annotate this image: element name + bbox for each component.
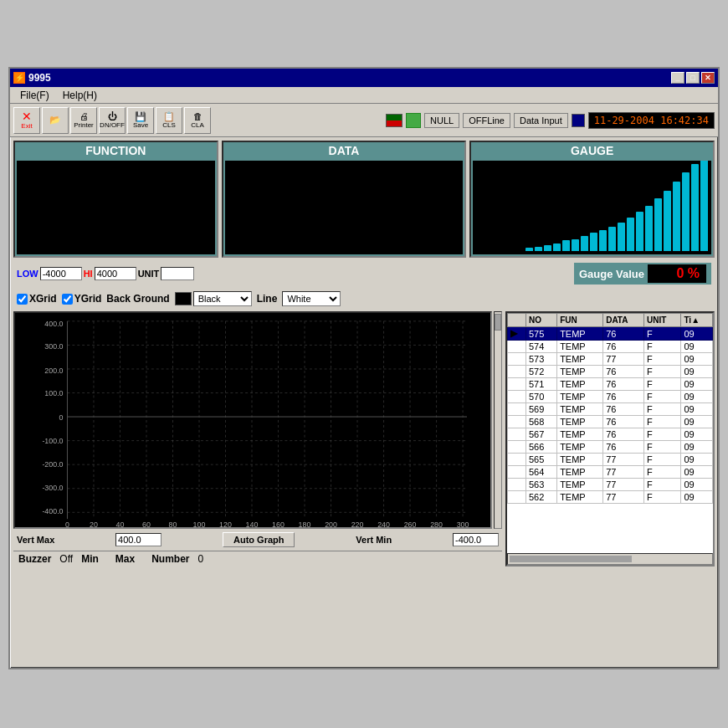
graph-scrollbar[interactable] xyxy=(494,311,502,529)
number-value: 0 xyxy=(198,553,204,565)
menu-help[interactable]: Help(H) xyxy=(56,88,104,103)
table-row[interactable]: 574 TEMP 76 F 09 xyxy=(508,341,713,353)
table-scroll-area[interactable]: NO FUN DATA UNIT Ti▲ ▶ 575 TEMP 76 F 09 xyxy=(507,313,713,553)
xgrid-checkbox[interactable] xyxy=(17,294,28,305)
row-arrow: ▶ xyxy=(508,327,526,341)
row-fun: TEMP xyxy=(557,378,603,391)
table-row[interactable]: 564 TEMP 77 F 09 xyxy=(508,466,713,479)
menu-file[interactable]: File(F) xyxy=(13,88,56,103)
col-fun: FUN xyxy=(557,314,603,327)
vert-min-input[interactable] xyxy=(453,533,499,546)
col-arrow xyxy=(508,314,526,327)
gauge-bar-9 xyxy=(608,227,616,251)
row-ti: 09 xyxy=(681,327,713,341)
table-row[interactable]: 572 TEMP 76 F 09 xyxy=(508,366,713,378)
dvoff-icon: ⏻ xyxy=(108,112,117,121)
row-data: 76 xyxy=(603,403,644,416)
row-fun: TEMP xyxy=(557,366,603,378)
row-fun: TEMP xyxy=(557,403,603,416)
row-unit: F xyxy=(643,441,680,454)
save-button[interactable]: 💾 Save xyxy=(127,107,154,134)
row-data: 76 xyxy=(603,327,644,341)
vert-min-label: Vert Min xyxy=(356,535,392,545)
gauge-bar-17 xyxy=(682,172,690,251)
unit-value-input[interactable] xyxy=(161,267,194,280)
bg-color-select[interactable]: Black White Gray xyxy=(193,291,252,306)
row-data: 76 xyxy=(603,441,644,454)
cla-button[interactable]: 🗑 CLA xyxy=(184,107,211,134)
main-content: FUNCTION DATA GAUGE LOW HI UNIT xyxy=(10,137,718,570)
close-button[interactable]: ✕ xyxy=(701,72,715,84)
row-unit: F xyxy=(643,479,680,491)
row-arrow xyxy=(508,366,526,378)
graph-wrapper: 400.0 300.0 200.0 100.0 0 -100.0 -200.0 … xyxy=(13,311,492,529)
hi-value-input[interactable] xyxy=(95,267,136,280)
cla-label: CLA xyxy=(191,122,204,129)
minimize-button[interactable]: _ xyxy=(671,72,684,84)
xgrid-group: XGrid xyxy=(17,293,57,305)
open-button[interactable]: 📂 xyxy=(42,107,69,134)
offline-button[interactable]: OFFLine xyxy=(463,113,510,128)
xgrid-label: XGrid xyxy=(29,293,57,305)
save-icon: 💾 xyxy=(135,112,146,121)
row-fun: TEMP xyxy=(557,441,603,454)
title-bar-left: ⚡ 9995 xyxy=(13,72,51,84)
table-row[interactable]: 571 TEMP 76 F 09 xyxy=(508,378,713,391)
data-table-area: NO FUN DATA UNIT Ti▲ ▶ 575 TEMP 76 F 09 xyxy=(505,311,715,567)
toolbar: ✕ Exit 📂 🖨 Printer ⏻ DN/OFF 💾 Save 📋 CLS… xyxy=(10,104,718,137)
maximize-button[interactable]: □ xyxy=(686,72,700,84)
svg-text:-200.0: -200.0 xyxy=(42,460,63,469)
app-icon: ⚡ xyxy=(13,72,25,84)
cla-icon: 🗑 xyxy=(193,112,203,121)
svg-text:-300.0: -300.0 xyxy=(42,484,63,492)
table-row[interactable]: 568 TEMP 76 F 09 xyxy=(508,416,713,428)
exit-label: Exit xyxy=(21,123,32,130)
low-value-input[interactable] xyxy=(40,267,82,280)
table-row[interactable]: 569 TEMP 76 F 09 xyxy=(508,403,713,416)
row-arrow xyxy=(508,341,526,353)
row-arrow xyxy=(508,391,526,403)
gauge-bar-12 xyxy=(636,212,643,251)
scroll-thumb[interactable] xyxy=(495,314,501,331)
row-no: 569 xyxy=(525,403,556,416)
table-row[interactable]: ▶ 575 TEMP 76 F 09 xyxy=(508,327,713,341)
printer-button[interactable]: 🖨 Printer xyxy=(70,107,97,134)
auto-graph-button[interactable]: Auto Graph xyxy=(223,532,295,547)
cls-label: CLS xyxy=(162,122,176,129)
line-color-select[interactable]: White Black Red xyxy=(282,291,341,306)
row-ti: 09 xyxy=(681,479,713,491)
row-no: 573 xyxy=(525,353,556,366)
null-button[interactable]: NULL xyxy=(424,113,459,128)
printer-icon: 🖨 xyxy=(79,112,89,121)
col-ti: Ti▲ xyxy=(681,314,713,327)
row-fun: TEMP xyxy=(557,454,603,466)
top-panels: FUNCTION DATA GAUGE xyxy=(13,141,715,258)
ygrid-checkbox[interactable] xyxy=(62,294,73,305)
buzzer-value: Off xyxy=(59,553,73,565)
table-row[interactable]: 570 TEMP 76 F 09 xyxy=(508,391,713,403)
row-arrow xyxy=(508,416,526,428)
svg-text:60: 60 xyxy=(142,520,151,527)
row-ti: 09 xyxy=(681,391,713,403)
table-row[interactable]: 563 TEMP 77 F 09 xyxy=(508,479,713,491)
gauge-bar-3 xyxy=(553,244,561,251)
dvoff-button[interactable]: ⏻ DN/OFF xyxy=(99,107,126,134)
graph-bottom: Vert Max Auto Graph Vert Min xyxy=(13,531,502,549)
table-row[interactable]: 565 TEMP 77 F 09 xyxy=(508,454,713,466)
row-no: 575 xyxy=(525,327,556,341)
table-row[interactable]: 567 TEMP 76 F 09 xyxy=(508,428,713,441)
row-no: 564 xyxy=(525,466,556,479)
table-row[interactable]: 573 TEMP 77 F 09 xyxy=(508,353,713,366)
vert-max-input[interactable] xyxy=(115,533,161,546)
row-data: 77 xyxy=(603,466,644,479)
cls-button[interactable]: 📋 CLS xyxy=(156,107,182,134)
table-row[interactable]: 562 TEMP 77 F 09 xyxy=(508,491,713,504)
exit-button[interactable]: ✕ Exit xyxy=(13,107,40,134)
svg-text:180: 180 xyxy=(299,520,311,527)
table-hscroll[interactable] xyxy=(507,553,713,565)
graph-with-scroll: 400.0 300.0 200.0 100.0 0 -100.0 -200.0 … xyxy=(13,311,502,529)
table-row[interactable]: 566 TEMP 76 F 09 xyxy=(508,441,713,454)
row-arrow xyxy=(508,454,526,466)
datainput-button[interactable]: Data Input xyxy=(514,113,568,128)
svg-text:160: 160 xyxy=(272,520,285,527)
